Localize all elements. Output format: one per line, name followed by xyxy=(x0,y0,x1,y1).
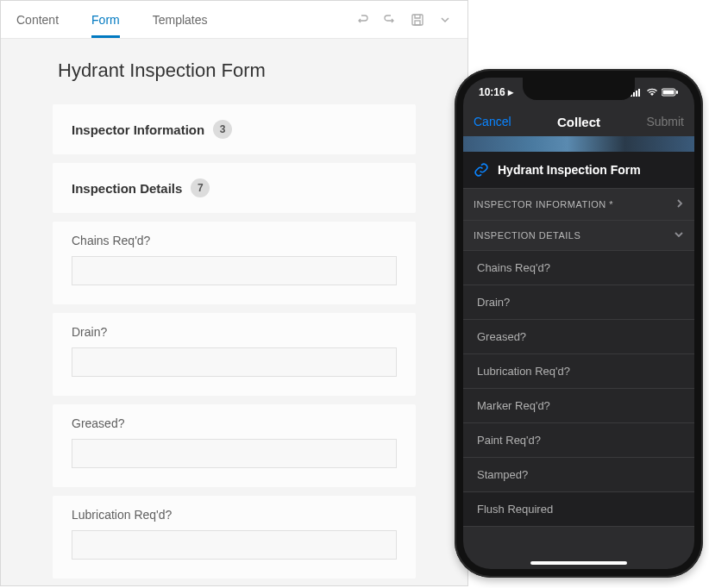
tab-form[interactable]: Form xyxy=(91,1,120,38)
toolbar xyxy=(355,13,452,27)
svg-rect-7 xyxy=(663,91,674,95)
chevron-right-icon xyxy=(675,198,684,210)
field-row[interactable]: Drain? xyxy=(463,285,694,320)
section-row-label: INSPECTOR INFORMATION * xyxy=(474,199,613,210)
cancel-button[interactable]: Cancel xyxy=(474,115,511,128)
field-card[interactable]: Chains Req'd? xyxy=(53,222,416,304)
form-canvas: Hydrant Inspection Form Inspector Inform… xyxy=(1,39,467,585)
field-label: Chains Req'd? xyxy=(72,234,397,247)
svg-rect-8 xyxy=(676,91,678,94)
form-header: Hydrant Inspection Form xyxy=(463,152,694,189)
section-title: Inspection Details xyxy=(72,181,182,196)
tab-templates[interactable]: Templates xyxy=(153,1,208,38)
svg-rect-1 xyxy=(415,21,420,25)
section-row-inspection-details[interactable]: INSPECTION DETAILS xyxy=(463,221,694,251)
home-indicator xyxy=(530,561,627,565)
field-input[interactable] xyxy=(72,256,397,285)
field-label: Drain? xyxy=(72,325,397,339)
save-icon[interactable] xyxy=(411,13,424,27)
desktop-form-editor: Content Form Templates Hydrant Inspectio… xyxy=(0,0,468,586)
field-row[interactable]: Stamped? xyxy=(463,458,694,492)
section-count-badge: 7 xyxy=(191,178,210,197)
field-row[interactable]: Lubrication Req'd? xyxy=(463,354,694,389)
field-label: Lubrication Req'd? xyxy=(72,508,397,522)
link-icon xyxy=(474,162,489,178)
submit-button[interactable]: Submit xyxy=(646,115,684,128)
undo-icon[interactable] xyxy=(355,13,369,27)
svg-rect-3 xyxy=(633,92,635,97)
svg-rect-5 xyxy=(638,89,640,97)
field-card[interactable]: Drain? xyxy=(53,313,416,396)
section-inspector-information[interactable]: Inspector Information 3 xyxy=(53,104,416,154)
status-time: 10:16 ▸ xyxy=(479,86,513,98)
svg-rect-4 xyxy=(636,91,637,97)
section-count-badge: 3 xyxy=(213,120,232,139)
field-row[interactable]: Greased? xyxy=(463,320,694,354)
field-row[interactable]: Flush Required xyxy=(463,492,694,527)
field-input[interactable] xyxy=(72,530,397,560)
tabs-bar: Content Form Templates xyxy=(1,1,467,39)
nav-title: Collect xyxy=(557,115,600,129)
phone-notch xyxy=(523,78,635,100)
field-card[interactable]: Greased? xyxy=(53,404,416,487)
field-input[interactable] xyxy=(72,347,397,377)
form-header-title: Hydrant Inspection Form xyxy=(498,163,641,177)
map-preview[interactable] xyxy=(463,136,694,152)
form-title: Hydrant Inspection Form xyxy=(58,59,416,82)
redo-icon[interactable] xyxy=(383,13,397,27)
wifi-icon xyxy=(646,88,658,97)
field-row[interactable]: Marker Req'd? xyxy=(463,389,694,423)
field-row[interactable]: Paint Req'd? xyxy=(463,423,694,458)
battery-icon xyxy=(662,88,679,97)
section-inspection-details[interactable]: Inspection Details 7 xyxy=(53,163,416,213)
tab-content[interactable]: Content xyxy=(16,1,59,38)
section-title: Inspector Information xyxy=(72,122,204,137)
field-label: Greased? xyxy=(72,416,397,430)
field-row[interactable]: Chains Req'd? xyxy=(463,251,694,285)
phone-screen: 10:16 ▸ Cancel Collect Submit Hydrant In… xyxy=(463,78,694,569)
section-row-inspector-information[interactable]: INSPECTOR INFORMATION * xyxy=(463,189,694,221)
phone-mockup: 10:16 ▸ Cancel Collect Submit Hydrant In… xyxy=(455,69,703,578)
field-card[interactable]: Lubrication Req'd? xyxy=(53,496,416,579)
chevron-down-icon[interactable] xyxy=(438,13,452,27)
nav-bar: Cancel Collect Submit xyxy=(463,107,694,136)
status-indicators xyxy=(631,88,679,97)
chevron-down-icon xyxy=(674,230,684,241)
field-input[interactable] xyxy=(72,439,397,468)
svg-rect-0 xyxy=(412,15,423,25)
section-row-label: INSPECTION DETAILS xyxy=(474,230,580,241)
